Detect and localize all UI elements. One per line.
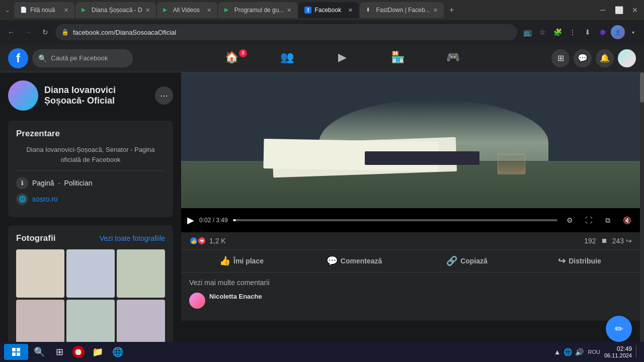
progress-bar[interactable] [233,219,557,221]
tab-close-facebook[interactable]: ✕ [348,7,353,14]
nav-friends-button[interactable]: 👥 [259,46,314,70]
tab-title-fastdown: FastDown | Faceb... [376,7,430,14]
comments-count[interactable]: 192 [584,237,596,245]
forward-button[interactable]: → [21,25,35,39]
start-button[interactable] [4,344,28,360]
nav-center: 🏠 8 👥 ▶ 🏪 🎮 [133,46,551,70]
download-icon[interactable]: ⬇ [581,25,595,39]
home-icon: 🏠 [225,51,238,64]
facebook-navbar: f 🔍 🏠 8 👥 ▶ 🏪 🎮 ⊞ 💬 [0,44,644,72]
scroll-thumb[interactable] [640,72,644,103]
more-options-button[interactable]: ··· [155,86,173,105]
tab-close-new[interactable]: ✕ [64,7,68,14]
view-more-comments[interactable]: Vezi mai multe comentarii [189,279,632,287]
website-link[interactable]: sosro.ro [32,195,58,203]
show-desktop-button[interactable] [636,346,640,358]
share-icon: ↪ [558,255,566,266]
back-button[interactable]: ← [4,25,18,39]
settings-icon[interactable]: ⚙ [562,213,577,227]
tab-facebook[interactable]: f Facebook ✕ [298,2,359,18]
maximize-button[interactable]: ⬜ [612,3,626,17]
user-avatar[interactable] [618,49,636,67]
svg-rect-0 [12,348,16,351]
copy-button[interactable]: 🔗 Copiază [411,252,523,270]
nav-marketplace-button[interactable]: 🏪 [370,46,425,70]
search-bar[interactable]: 🔍 [32,49,133,67]
compose-button[interactable]: ✏ [606,316,632,342]
notifications-button[interactable]: 🔔 [596,49,614,67]
apps-button[interactable]: ⊞ [551,49,570,67]
taskbar-chrome[interactable]: 🌐 [109,343,127,361]
taskbar-recording-icon[interactable]: ⏺ [72,346,85,358]
tab-programul[interactable]: ▶ Programul de gu... ✕ [218,2,298,18]
tab-title-diana: Diana Șoșoacă - D [92,7,142,14]
photo-thumb-3[interactable] [117,249,165,298]
taskbar-search[interactable]: 🔍 [30,343,48,361]
divider [16,170,165,171]
prezentare-desc: Diana Iovanovici-Șoșoacă, Senator - Pagi… [16,145,165,164]
tab-list-button[interactable]: ⌄ [2,7,13,14]
new-tab-button[interactable]: + [445,3,459,17]
reaction-icons: 👍 ❤ [189,236,206,245]
extensions-icon[interactable]: 🧩 [550,25,565,39]
tab-close-programul[interactable]: ✕ [287,7,291,14]
mute-button[interactable]: 🔇 [620,213,634,227]
comment-button[interactable]: 💬 Comentează [298,252,411,270]
photo-thumb-5[interactable] [66,300,115,348]
address-bar: ← → ↻ 🔒 facebook.com/DianaSosoacaOficial… [0,20,644,44]
tab-new-tab[interactable]: 📄 Filă nouă ✕ [14,2,74,18]
browser-menu-icon[interactable]: ⋮ [566,25,580,39]
photo-thumb-1[interactable] [16,249,64,298]
tab-diana[interactable]: ▶ Diana Șoșoacă - D ✕ [75,2,156,18]
show-hidden-icon[interactable]: ▲ [554,348,561,356]
search-input[interactable] [51,54,127,62]
nav-gaming-button[interactable]: 🎮 [425,46,480,70]
nav-video-button[interactable]: ▶ [314,46,370,70]
url-bar[interactable]: 🔒 facebook.com/DianaSosoacaOficial [55,24,517,40]
shares-count[interactable]: 243 ↪ [612,237,632,245]
adblock-icon[interactable]: ⊗ [596,25,610,39]
tab-close-videos[interactable]: ✕ [207,7,211,14]
chevron-down-icon[interactable]: ▾ [626,25,640,39]
scroll-track[interactable] [640,72,644,362]
facebook-app: f 🔍 🏠 8 👥 ▶ 🏪 🎮 ⊞ 💬 [0,44,644,362]
copy-icon: 🔗 [446,255,457,266]
tab-title-new: Filă nouă [30,7,55,14]
profile-icon[interactable]: 👤 [611,25,625,39]
fullscreen-icon[interactable]: ⛶ [582,213,596,227]
tab-close-diana[interactable]: ✕ [145,7,150,14]
nav-home-button[interactable]: 🏠 8 [204,46,259,70]
minimize-button[interactable]: ─ [596,3,610,17]
play-pause-button[interactable]: ▶ [187,215,194,226]
bookmark-icon[interactable]: ☆ [535,25,549,39]
politician-label: Politician [64,179,92,187]
svg-rect-2 [12,352,16,356]
volume-icon[interactable]: 🔊 [575,348,584,356]
photo-thumb-2[interactable] [66,249,115,298]
share-button[interactable]: ↪ Distribuie [523,252,636,270]
like-button[interactable]: 👍 Îmi place [185,252,298,270]
url-text: facebook.com/DianaSosoacaOficial [73,29,511,36]
network-icon[interactable]: 🌐 [564,348,572,356]
taskbar-file-explorer[interactable]: 📁 [89,343,107,361]
miniplayer-icon[interactable]: ⧉ [601,213,615,227]
messenger-button[interactable]: 💬 [574,49,592,67]
tab-all-videos[interactable]: ▶ All Videos ✕ [157,2,217,18]
screen-cast-icon[interactable]: 📺 [520,25,534,39]
tab-close-fastdown[interactable]: ✕ [433,7,438,14]
reload-button[interactable]: ↻ [38,25,52,39]
video-frame [181,72,640,208]
left-sidebar: Diana Iovanovici Șoșoacă- Oficial ··· Pr… [0,72,181,362]
photo-image-1 [16,249,64,298]
photo-thumb-4[interactable] [16,300,64,348]
see-all-photos-link[interactable]: Vezi toate fotografiile [100,234,165,242]
photo-thumb-6[interactable] [117,300,165,348]
tab-fastdown[interactable]: ⬇ FastDown | Faceb... ✕ [360,2,443,18]
close-window-button[interactable]: ✕ [628,3,642,17]
facebook-logo[interactable]: f [8,48,28,68]
taskbar-clock[interactable]: 02:49 06.11.2024 [604,345,632,358]
pagina-label: Pagină [32,179,54,187]
commenter-name[interactable]: Nicoletta Enache [209,293,632,300]
right-panel: ▶ 0:02 / 3:49 ⚙ ⛶ ⧉ 🔇 👍 [181,72,640,362]
task-view-button[interactable]: ⊞ [50,343,68,361]
